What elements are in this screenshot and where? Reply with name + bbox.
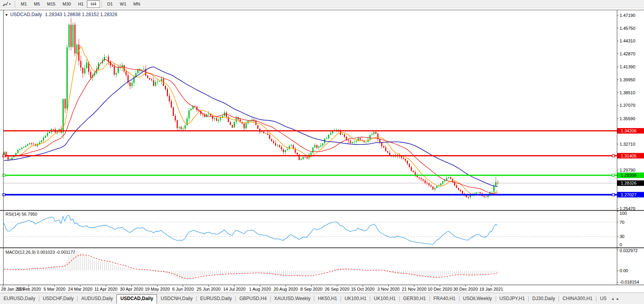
main-chart-layers (3, 18, 617, 200)
price-badge: 1.27027 (617, 192, 644, 198)
chart-tab-audusddaily[interactable]: AUDUSD,Daily (78, 295, 116, 303)
price-tick-label: 1.44310 (620, 38, 635, 43)
date-label: 14 Jul 2020 (223, 287, 245, 291)
chart-tab-usdjpyh1[interactable]: USDJPY,H1 (496, 295, 528, 303)
chart-tab-xauusdweekly[interactable]: XAUUSD,Weekly (271, 295, 314, 303)
chart-tab-ger30h1[interactable]: GER30,H1 (400, 295, 430, 303)
timeframe-button-m15[interactable]: M15 (44, 0, 59, 8)
rsi-axis-label: 100 (620, 211, 627, 216)
timeframe-button-h1[interactable]: H1 (74, 0, 87, 8)
date-label: 6 Jun 2020 (172, 287, 194, 291)
chart-title: ▼USDCAD,Daily1.28343 1.28638 1.28152 1.2… (5, 12, 117, 17)
rsi-line (4, 215, 498, 244)
date-label: 25 Jun 2020 (197, 287, 221, 291)
date-label: 1 Aug 2020 (249, 287, 271, 291)
timeframe-buttons: M1M5M15M30H1H4D1W1MN (17, 0, 144, 8)
date-label: 30 Apr 2020 (120, 287, 143, 291)
timeframe-button-m30[interactable]: M30 (59, 0, 74, 8)
chart-tab-uk100h1[interactable]: UK100,H1 (341, 295, 370, 303)
candles-layer (4, 18, 498, 200)
toolbar-grip (15, 1, 15, 7)
price-tick-label: 1.39950 (620, 77, 635, 82)
price-tick-label: 1.37070 (620, 103, 635, 108)
timeframe-button-m1[interactable]: M1 (17, 0, 30, 8)
hline-handle[interactable] (612, 194, 614, 196)
hline-handle[interactable] (3, 155, 5, 157)
chart-tab-usdchfdaily[interactable]: USDCHF,Daily (39, 295, 78, 303)
macd-axis-label: -0.018154 (620, 280, 639, 284)
timeframe-button-w1[interactable]: W1 (116, 0, 130, 8)
hline-handle[interactable] (612, 174, 614, 176)
mt4-window: ▾ M1M5M15M30H1H4D1W1MN ▼USDCAD,Daily1.28… (0, 0, 644, 304)
price-badge: 1.28326 (617, 180, 644, 186)
chart-tab-hk50h1[interactable]: HK50,H1 (314, 295, 341, 303)
macd-indicator-panel[interactable]: 0.0329720.00-0.018154 (0, 248, 644, 285)
timeframe-button-mn[interactable]: MN (130, 0, 144, 8)
price-tick-label: 1.35590 (620, 116, 635, 121)
date-label: 10 Dec 2020 (428, 287, 452, 291)
macd-axis-label: 0.00 (620, 268, 628, 273)
macd-values: 0.001023 -0.001177 (37, 250, 75, 255)
rsi-label: RSI(14) 56.7950 (6, 212, 37, 216)
date-label: 11 Apr 2020 (94, 287, 118, 291)
date-axis[interactable]: 28 Jan 202015 Feb 20205 Mar 202024 Mar 2… (0, 285, 644, 293)
main-price-chart[interactable]: 1.471901.457501.443101.428701.413901.399… (0, 10, 644, 211)
svg-text:1.27027: 1.27027 (621, 192, 637, 197)
price-badge: 1.31405 (617, 153, 644, 159)
rsi-value: 56.7950 (22, 212, 37, 216)
price-tick-label: 1.42870 (620, 51, 635, 56)
chart-tab-eurusddaily[interactable]: EURUSD,Daily (0, 295, 39, 303)
chart-tab-dj30daily[interactable]: DJ30,Daily (529, 295, 559, 303)
chart-tab-uk100h1[interactable]: UK100,H1 (370, 295, 399, 303)
date-label: 3 Nov 2020 (377, 287, 399, 291)
price-tick-label: 1.47190 (620, 13, 635, 18)
price-badge: 1.29208 (617, 172, 644, 178)
price-tick-label: 1.45750 (620, 26, 635, 31)
chart-tab-fra40h1[interactable]: FRA40,H1 (430, 295, 459, 303)
price-badge: 1.34206 (617, 128, 644, 134)
ma-line-3 (4, 67, 498, 187)
chart-tab-gbpusdh4[interactable]: GBPUSD,H4 (236, 295, 270, 303)
date-label: 21 Nov 2020 (402, 287, 426, 291)
date-label: 19 Jan 2021 (479, 287, 503, 291)
macd-signal-line (4, 255, 498, 279)
timeframe-button-d1[interactable]: D1 (104, 0, 116, 8)
date-label: 8 Sep 2020 (300, 287, 322, 291)
line-tool-button[interactable]: ▾ (1, 1, 13, 7)
date-label: 19 May 2020 (145, 287, 170, 291)
chart-tab-us[interactable]: US (596, 295, 610, 303)
timeframe-button-m5[interactable]: M5 (30, 0, 43, 8)
price-tick-label: 1.38510 (620, 90, 635, 95)
date-label: 20 Aug 2020 (273, 287, 298, 291)
pencil-line-icon (3, 1, 8, 7)
svg-text:1.29208: 1.29208 (621, 173, 637, 178)
chart-ohlc-values: 1.28343 1.28638 1.28152 1.28326 (45, 12, 118, 17)
tab-scroll-left[interactable]: ◄ (610, 295, 615, 303)
tab-scroll-right[interactable]: ► (615, 295, 620, 303)
price-tick-label: 1.41390 (620, 64, 635, 69)
chart-collapse-icon[interactable]: ▼ (5, 13, 8, 17)
date-label: 15 Feb 2020 (17, 287, 41, 291)
hline-handle[interactable] (3, 174, 5, 176)
chart-tab-usoilweekly[interactable]: USOil,Weekly (459, 295, 496, 303)
line-tool-caret[interactable]: ▾ (9, 2, 11, 6)
hline-handle[interactable] (3, 194, 5, 196)
chart-tab-usdcaddaily[interactable]: USDCAD,Daily (116, 294, 157, 304)
price-tick-label: 1.25470 (620, 206, 635, 211)
hline-handle[interactable] (612, 155, 614, 157)
chart-tab-eurusddaily[interactable]: EURUSD,Daily (197, 295, 236, 303)
bottom-tabs: EURUSD,DailyUSDCHF,DailyAUDUSD,DailyUSDC… (0, 293, 644, 304)
price-tick-label: 1.29790 (620, 168, 635, 172)
date-label: 30 Dec 2020 (453, 287, 478, 291)
svg-text:1.28326: 1.28326 (621, 181, 637, 185)
timeframe-button-h4[interactable]: H4 (87, 0, 100, 8)
price-tick-label: 1.32710 (620, 142, 635, 147)
svg-text:1.31405: 1.31405 (621, 154, 637, 158)
timeframe-toolbar: ▾ M1M5M15M30H1H4D1W1MN (0, 0, 644, 8)
date-label: 24 Mar 2020 (68, 287, 92, 291)
macd-label: MACD(12,26,9) 0.001023 -0.001177 (6, 250, 75, 255)
chart-tab-china300h1[interactable]: CHINA300,H1 (559, 295, 596, 303)
rsi-indicator-panel[interactable]: 10070300 (0, 211, 644, 248)
chart-tab-usdcnhdaily[interactable]: USDCNH,Daily (157, 295, 196, 303)
date-label: 15 Oct 2020 (351, 287, 375, 291)
